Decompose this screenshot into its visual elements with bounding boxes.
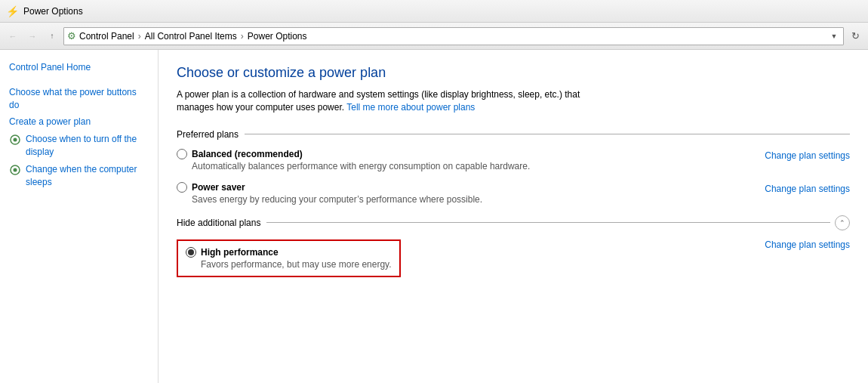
svg-point-3 <box>14 168 17 171</box>
address-dropdown-button[interactable]: ▼ <box>828 30 840 42</box>
power-saver-radio[interactable] <box>177 182 187 193</box>
power-saver-plan-name: Power saver <box>192 182 245 193</box>
power-saver-plan-desc: Saves energy by reducing your computer’s… <box>177 194 765 205</box>
balanced-radio[interactable] <box>177 149 187 159</box>
page-title: Choose or customize a power plan <box>177 65 850 81</box>
sidebar-item-power-buttons[interactable]: Choose what the power buttons do <box>0 84 158 114</box>
balanced-plan-name-row: Balanced (recommended) <box>177 149 765 159</box>
back-button[interactable]: ← <box>5 28 21 45</box>
high-perf-name-row: High performance <box>186 247 392 258</box>
high-perf-plan-right: Change plan settings <box>433 239 850 250</box>
power-saver-name-row: Power saver <box>177 182 765 193</box>
balanced-plan-left: Balanced (recommended) Automatically bal… <box>177 149 765 171</box>
collapse-button[interactable]: ⌃ <box>835 215 850 230</box>
balanced-plan-name: Balanced (recommended) <box>192 149 303 159</box>
preferred-plans-line <box>245 134 850 134</box>
breadcrumb-control-panel[interactable]: Control Panel <box>79 31 134 42</box>
page-description: A power plan is a collection of hardware… <box>177 88 614 114</box>
breadcrumb-sep-2: › <box>241 31 244 42</box>
high-perf-plan-desc: Favors performance, but may use more ene… <box>186 259 392 270</box>
high-perf-change-link[interactable]: Change plan settings <box>765 239 850 250</box>
breadcrumb-all-items[interactable]: All Control Panel Items <box>145 31 237 42</box>
monitor-icon <box>9 134 21 146</box>
additional-plans-header: Hide additional plans ⌃ <box>177 215 850 230</box>
power-saver-change-link[interactable]: Change plan settings <box>765 182 850 194</box>
preferred-plans-header: Preferred plans <box>177 129 850 140</box>
high-perf-highlight-box: High performance Favors performance, but… <box>177 239 401 277</box>
balanced-plan-row: Balanced (recommended) Automatically bal… <box>177 149 850 171</box>
additional-plans-line <box>266 222 830 223</box>
breadcrumb-sep-1: › <box>138 31 141 42</box>
balanced-plan-desc: Automatically balances performance with … <box>177 161 765 171</box>
refresh-button[interactable]: ↻ <box>847 28 863 45</box>
learn-more-link[interactable]: Tell me more about power plans <box>346 102 475 113</box>
preferred-plans-label: Preferred plans <box>177 129 245 140</box>
address-icon: ⚙ <box>67 30 76 42</box>
additional-plans-label: Hide additional plans <box>177 218 266 228</box>
up-button[interactable]: ↑ <box>44 28 60 45</box>
power-saver-plan-left: Power saver Saves energy by reducing you… <box>177 182 765 205</box>
high-perf-plan-row: High performance Favors performance, but… <box>177 239 850 277</box>
sidebar: Control Panel Home Choose what the power… <box>0 50 159 383</box>
high-perf-plan-left: High performance Favors performance, but… <box>177 239 433 277</box>
sidebar-item-sleep[interactable]: Change when the computer sleeps <box>0 161 158 191</box>
balanced-change-link[interactable]: Change plan settings <box>765 149 850 161</box>
sidebar-item-display[interactable]: Choose when to turn off the display <box>0 131 158 161</box>
title-bar: ⚡ Power Options <box>0 0 868 23</box>
main-layout: Control Panel Home Choose what the power… <box>0 50 868 383</box>
app-icon: ⚡ <box>6 5 19 17</box>
sleep-icon <box>9 164 21 176</box>
sidebar-item-home[interactable]: Control Panel Home <box>0 59 158 76</box>
power-saver-plan-row: Power saver Saves energy by reducing you… <box>177 182 850 205</box>
svg-point-1 <box>14 138 17 142</box>
content-area: Choose or customize a power plan A power… <box>159 50 868 383</box>
forward-button[interactable]: → <box>24 28 41 45</box>
sidebar-item-create-plan[interactable]: Create a power plan <box>0 113 158 131</box>
high-perf-plan-name: High performance <box>201 247 279 258</box>
app-title: Power Options <box>23 6 83 17</box>
high-perf-radio[interactable] <box>186 247 196 258</box>
toolbar: ← → ↑ ⚙ Control Panel › All Control Pane… <box>0 23 868 50</box>
breadcrumb-power-options[interactable]: Power Options <box>248 31 307 42</box>
address-bar[interactable]: ⚙ Control Panel › All Control Panel Item… <box>63 27 844 45</box>
